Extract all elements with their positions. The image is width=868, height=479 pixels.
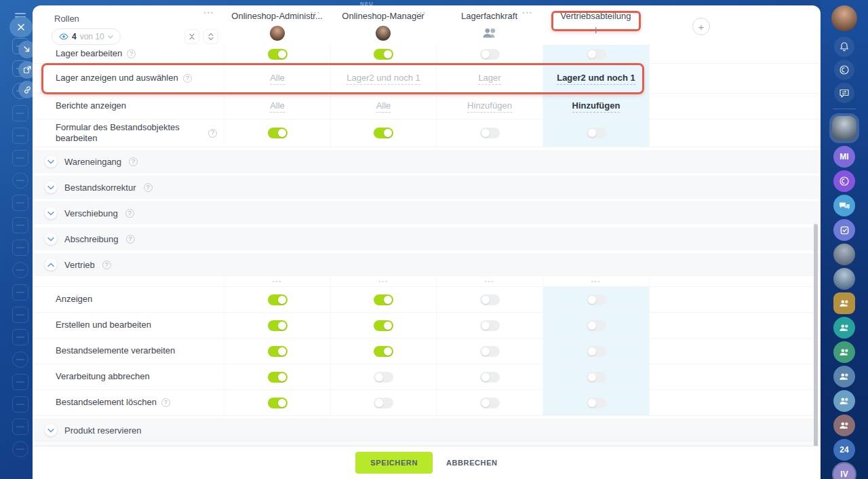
permission-select[interactable]: Alle <box>376 100 391 113</box>
close-button[interactable] <box>9 17 33 37</box>
toggle-on[interactable] <box>268 346 288 357</box>
chat-initials-avatar[interactable]: IV <box>833 463 855 479</box>
toggle-off[interactable] <box>587 346 606 357</box>
chat-group-avatar[interactable] <box>833 292 855 314</box>
sidebar-menu-icon[interactable] <box>12 284 28 301</box>
help-icon[interactable]: ? <box>183 74 192 83</box>
toggle-off[interactable] <box>480 49 500 60</box>
column-menu-icon[interactable]: ••• <box>523 9 533 16</box>
sidebar-menu-icon[interactable] <box>12 105 28 121</box>
save-button[interactable]: SPEICHERN <box>355 452 433 474</box>
toggle-off[interactable] <box>587 398 606 408</box>
section-chevron-button[interactable] <box>45 258 57 271</box>
chat-initials-avatar[interactable]: MI <box>833 146 855 168</box>
chat-group-avatar[interactable] <box>833 415 855 436</box>
toggle-on[interactable] <box>374 294 393 305</box>
profile-avatar[interactable] <box>831 5 857 31</box>
toggle-off[interactable] <box>587 128 606 138</box>
permission-select[interactable]: Hinzufügen <box>467 100 512 113</box>
sidebar-menu-icon[interactable] <box>12 128 28 144</box>
chat-avatar[interactable] <box>833 268 855 290</box>
tasks-chat-button[interactable] <box>833 219 855 241</box>
collapse-all-button[interactable] <box>184 29 199 44</box>
sidebar-menu-icon[interactable] <box>12 396 28 413</box>
help-icon[interactable]: ? <box>126 235 135 244</box>
sidebar-menu-icon[interactable] <box>12 351 28 368</box>
toggle-off[interactable] <box>587 294 606 305</box>
toggle-on[interactable] <box>268 320 288 331</box>
permission-select[interactable]: Lager2 und noch 1 <box>347 73 420 85</box>
section-chevron-button[interactable] <box>45 155 57 168</box>
toggle-on[interactable] <box>268 372 288 383</box>
permission-select[interactable]: Alle <box>270 73 285 85</box>
chat-group-avatar[interactable] <box>833 366 855 387</box>
toggle-on[interactable] <box>374 346 393 357</box>
section-chevron-button[interactable] <box>45 233 57 245</box>
toggle-on[interactable] <box>268 294 288 305</box>
toggle-off[interactable] <box>480 128 500 138</box>
chat-transfer-button[interactable] <box>834 83 854 103</box>
section-header[interactable]: Bestandskorrektur? <box>33 176 821 199</box>
column-menu-icon[interactable]: ••• <box>273 278 282 284</box>
chat-group-avatar[interactable] <box>833 317 855 339</box>
chat-avatar[interactable] <box>832 116 856 140</box>
role-avatar[interactable] <box>270 26 285 41</box>
section-header[interactable]: Wareneingang? <box>33 150 821 173</box>
cancel-button[interactable]: ABBRECHEN <box>446 459 498 467</box>
section-header[interactable]: Abschreibung? <box>33 227 821 250</box>
toggle-off[interactable] <box>374 372 393 383</box>
copilot-chat-button[interactable] <box>833 170 855 192</box>
chat-counter-badge[interactable]: 24 <box>833 439 855 461</box>
help-icon[interactable]: ? <box>161 398 170 407</box>
sidebar-menu-icon[interactable] <box>12 441 28 457</box>
scrollbar[interactable] <box>814 224 818 449</box>
toggle-on[interactable] <box>268 398 288 408</box>
toggle-off[interactable] <box>587 49 606 60</box>
toggle-off[interactable] <box>480 398 500 408</box>
role-avatar[interactable] <box>376 26 391 41</box>
role-group-avatar[interactable] <box>481 26 498 41</box>
section-chevron-button[interactable] <box>45 207 57 219</box>
column-menu-icon[interactable]: ••• <box>378 278 388 284</box>
sidebar-menu-icon[interactable] <box>12 329 28 345</box>
bell-button[interactable] <box>834 37 854 57</box>
section-header[interactable]: Produkt reservieren <box>33 419 821 442</box>
toggle-off[interactable] <box>374 398 393 408</box>
help-icon[interactable]: ? <box>125 209 134 218</box>
section-chevron-button[interactable] <box>45 424 57 436</box>
toggle-on[interactable] <box>268 128 288 138</box>
toggle-off[interactable] <box>587 372 606 383</box>
chat-avatar[interactable] <box>833 244 855 265</box>
add-role-button[interactable]: + <box>692 18 710 35</box>
toggle-on[interactable] <box>374 128 393 138</box>
toggle-on[interactable] <box>374 320 393 331</box>
toggle-off[interactable] <box>480 294 500 305</box>
add-member-button[interactable]: + <box>542 24 649 37</box>
section-chevron-button[interactable] <box>45 181 57 193</box>
toggle-off[interactable] <box>480 372 500 383</box>
help-icon[interactable]: ? <box>144 183 153 192</box>
sidebar-menu-icon[interactable] <box>12 172 28 189</box>
sidebar-menu-icon[interactable] <box>12 150 28 166</box>
messenger-chat-button[interactable] <box>833 195 855 216</box>
permission-select[interactable]: Hinzufügen <box>572 100 620 113</box>
permission-select[interactable]: Lager <box>478 73 500 85</box>
permission-select[interactable]: Alle <box>270 100 285 113</box>
sidebar-menu-icon[interactable] <box>12 374 28 390</box>
sidebar-menu-icon[interactable] <box>12 262 28 278</box>
copilot-button[interactable] <box>834 60 854 80</box>
section-header[interactable]: Verschiebung? <box>33 202 821 225</box>
expand-all-button[interactable] <box>203 29 218 44</box>
help-icon[interactable]: ? <box>129 157 138 166</box>
chat-group-avatar[interactable] <box>833 341 855 363</box>
column-menu-icon[interactable]: ••• <box>591 278 601 284</box>
column-menu-icon[interactable]: ••• <box>311 9 321 16</box>
toggle-on[interactable] <box>268 49 288 60</box>
visible-roles-filter[interactable]: 4 von 10 <box>52 28 121 45</box>
sidebar-menu-icon[interactable] <box>12 307 28 323</box>
toggle-off[interactable] <box>587 320 606 331</box>
permission-select[interactable]: Lager2 und noch 1 <box>557 73 635 85</box>
more-icon[interactable]: ••• <box>204 9 214 16</box>
toggle-on[interactable] <box>374 49 393 60</box>
sidebar-menu-icon[interactable] <box>12 195 28 211</box>
